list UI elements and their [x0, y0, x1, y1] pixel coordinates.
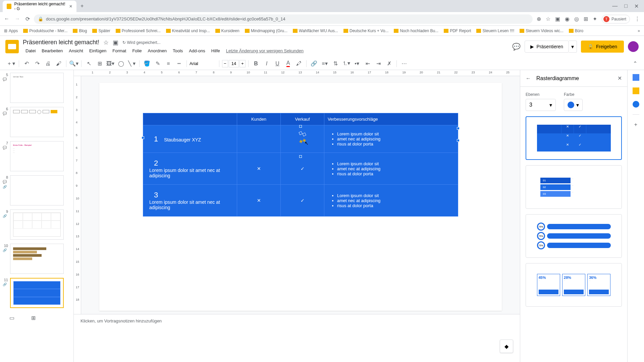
- extensions-icon[interactable]: ✦: [593, 16, 597, 22]
- diagram-option[interactable]: 01···02···03···: [526, 165, 622, 209]
- present-dropdown[interactable]: ▾: [569, 41, 577, 53]
- star-icon[interactable]: ☆: [103, 39, 109, 46]
- filmstrip-view-icon[interactable]: ▭: [9, 315, 14, 321]
- calendar-icon[interactable]: [633, 74, 639, 81]
- menu-help[interactable]: Hilfe: [209, 47, 223, 55]
- font-family-select[interactable]: [190, 61, 216, 66]
- selection-handle[interactable]: [457, 127, 460, 130]
- italic-icon[interactable]: I: [262, 59, 271, 68]
- close-tab-icon[interactable]: ✕: [69, 4, 72, 9]
- browser-tab[interactable]: Präsentieren leicht gemacht! - G ✕: [3, 1, 76, 12]
- zoom-icon[interactable]: ⊕: [537, 16, 541, 22]
- menu-file[interactable]: Datei: [23, 47, 38, 55]
- shape-icon[interactable]: ◯: [116, 59, 126, 68]
- collapse-toolbar-icon[interactable]: ⌃: [633, 60, 637, 67]
- share-button[interactable]: 🔒 Freigeben: [581, 41, 624, 53]
- select-icon[interactable]: ↖: [84, 59, 94, 68]
- bookmark-item[interactable]: Später: [92, 28, 110, 33]
- clear-format-icon[interactable]: ✗: [384, 59, 394, 68]
- bookmark-item[interactable]: Professionell Schrei...: [116, 28, 161, 33]
- print-icon[interactable]: 🖨: [43, 59, 53, 68]
- star-icon[interactable]: ☆: [546, 16, 550, 22]
- move-icon[interactable]: ▣: [113, 39, 118, 46]
- menu-arrange[interactable]: Anordnen: [145, 47, 169, 55]
- slides-logo-icon[interactable]: [5, 40, 19, 53]
- menu-edit[interactable]: Bearbeiten: [39, 47, 65, 55]
- profile-button[interactable]: T Pausiert: [602, 15, 630, 23]
- add-icon[interactable]: +: [633, 121, 639, 128]
- selection-handle[interactable]: [299, 125, 302, 128]
- bookmark-item[interactable]: Deutsche Kurs + Vo...: [343, 28, 388, 33]
- extension-icon[interactable]: ◉: [565, 16, 570, 22]
- font-size-increase[interactable]: +: [239, 60, 246, 67]
- fill-color-icon[interactable]: 🪣: [142, 59, 152, 68]
- forward-icon[interactable]: →: [15, 16, 20, 22]
- menu-view[interactable]: Ansicht: [66, 47, 86, 55]
- highlight-icon[interactable]: 🖍: [294, 59, 304, 68]
- slide-canvas[interactable]: Kunden Verkauf Verbesserungsvorschläge 1…: [81, 76, 520, 314]
- slide-table[interactable]: Kunden Verkauf Verbesserungsvorschläge 1…: [143, 113, 458, 217]
- speaker-notes[interactable]: Klicken, um Vortragsnotizen hinzuzufügen: [74, 314, 520, 334]
- bookmark-item[interactable]: Kursideen: [215, 28, 239, 33]
- border-weight-icon[interactable]: ≡: [164, 59, 173, 68]
- menu-icon[interactable]: ⋮: [635, 16, 640, 22]
- bookmark-item[interactable]: Kreativität und Insp...: [166, 28, 210, 33]
- bookmark-item[interactable]: Büro: [569, 28, 583, 33]
- underline-icon[interactable]: U: [273, 59, 282, 68]
- table-header[interactable]: Verkauf: [281, 113, 324, 125]
- textbox-icon[interactable]: ⊞: [95, 59, 104, 68]
- selection-handle[interactable]: [142, 136, 144, 139]
- levels-select[interactable]: 3▾: [526, 99, 556, 111]
- bookmark-item[interactable]: Noch hochladen Bu...: [394, 28, 438, 33]
- diagram-option[interactable]: 75%75%75%: [526, 214, 622, 258]
- user-avatar[interactable]: [628, 41, 639, 52]
- bookmark-item[interactable]: Blog: [73, 28, 87, 33]
- align-icon[interactable]: ≡▾: [320, 59, 329, 68]
- new-tab-button[interactable]: +: [76, 3, 88, 9]
- extension-icon[interactable]: ⊞: [584, 16, 588, 22]
- bold-icon[interactable]: B: [251, 59, 261, 68]
- line-spacing-icon[interactable]: ⇅: [331, 59, 340, 68]
- url-input[interactable]: 🔒 docs.google.com/presentation/d/1yV372S…: [34, 14, 533, 24]
- slide-thumb-7[interactable]: 7💬 Erste Folie - Beispiel·········: [3, 141, 71, 171]
- bookmark-item[interactable]: Mindmapping (Gru...: [245, 28, 287, 33]
- close-panel-icon[interactable]: ✕: [618, 75, 622, 81]
- diagram-option[interactable]: 45%···28%···36%···: [526, 263, 622, 307]
- diagram-option[interactable]: ✕✓✕✓✕✓: [526, 116, 622, 160]
- bookmark-item[interactable]: Steuern Lesen !!!!: [476, 28, 514, 33]
- bookmark-item[interactable]: PDF Report: [444, 28, 471, 33]
- extension-icon[interactable]: ◎: [574, 16, 579, 22]
- comments-icon[interactable]: 💬: [512, 43, 521, 51]
- document-title[interactable]: Präsentieren leicht gemacht!: [23, 39, 99, 46]
- menu-addons[interactable]: Add-ons: [186, 47, 208, 55]
- indent-increase-icon[interactable]: ⇥: [374, 59, 383, 68]
- link-icon[interactable]: 🔗: [309, 59, 319, 68]
- undo-icon[interactable]: ↶: [22, 59, 31, 68]
- back-icon[interactable]: ←: [526, 75, 531, 81]
- bookmarks-overflow-icon[interactable]: »: [638, 28, 640, 33]
- zoom-icon[interactable]: 🔍▾: [69, 59, 78, 68]
- redo-icon[interactable]: ↷: [33, 59, 42, 68]
- selection-handle[interactable]: [457, 139, 460, 142]
- border-color-icon[interactable]: ✎: [153, 59, 162, 68]
- indent-decrease-icon[interactable]: ⇤: [363, 59, 372, 68]
- slide-thumb-8[interactable]: 8💬🔗: [3, 175, 71, 205]
- table-row[interactable]: 3 Lorem ipsum dolor sit amet nec at adip…: [143, 185, 458, 217]
- reload-icon[interactable]: ⟳: [25, 16, 30, 22]
- slide-thumb-11[interactable]: 11🔗: [3, 278, 71, 308]
- more-icon[interactable]: ⋯: [399, 59, 409, 68]
- maximize-icon[interactable]: □: [624, 3, 628, 9]
- numbered-list-icon[interactable]: ⒈▾: [341, 59, 351, 68]
- selection-handle[interactable]: [299, 155, 302, 158]
- table-row[interactable]: 1 Staubsauger XYZ ◇◇ ◈◈ ↖ Lorem ipsum do…: [143, 125, 458, 153]
- text-color-icon[interactable]: A: [283, 59, 293, 68]
- keep-icon[interactable]: [633, 87, 639, 94]
- border-dash-icon[interactable]: ┅: [174, 59, 184, 68]
- table-header[interactable]: [143, 113, 237, 125]
- tasks-icon[interactable]: [633, 101, 639, 108]
- slide-thumb-6[interactable]: 6💬: [3, 107, 71, 137]
- slide[interactable]: Kunden Verkauf Verbesserungsvorschläge 1…: [99, 83, 502, 311]
- apps-button[interactable]: ⊞Apps: [4, 28, 18, 33]
- menu-insert[interactable]: Einfügen: [87, 47, 109, 55]
- new-slide-button[interactable]: + ▾: [7, 59, 16, 68]
